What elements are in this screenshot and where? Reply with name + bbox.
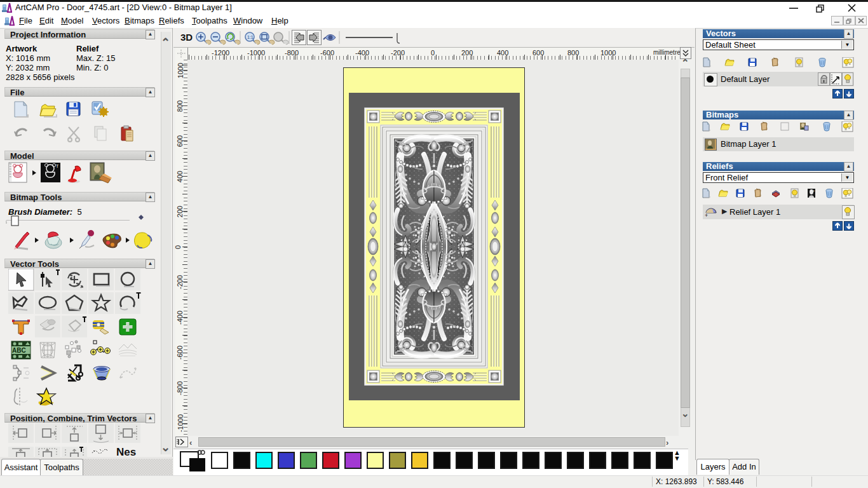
svg-text:ABC: ABC [12, 347, 26, 354]
svg-text:1:1: 1:1 [247, 35, 254, 39]
svg-text:T: T [56, 164, 59, 168]
svg-text:+: + [705, 212, 708, 218]
svg-text:3D: 3D [180, 32, 193, 43]
